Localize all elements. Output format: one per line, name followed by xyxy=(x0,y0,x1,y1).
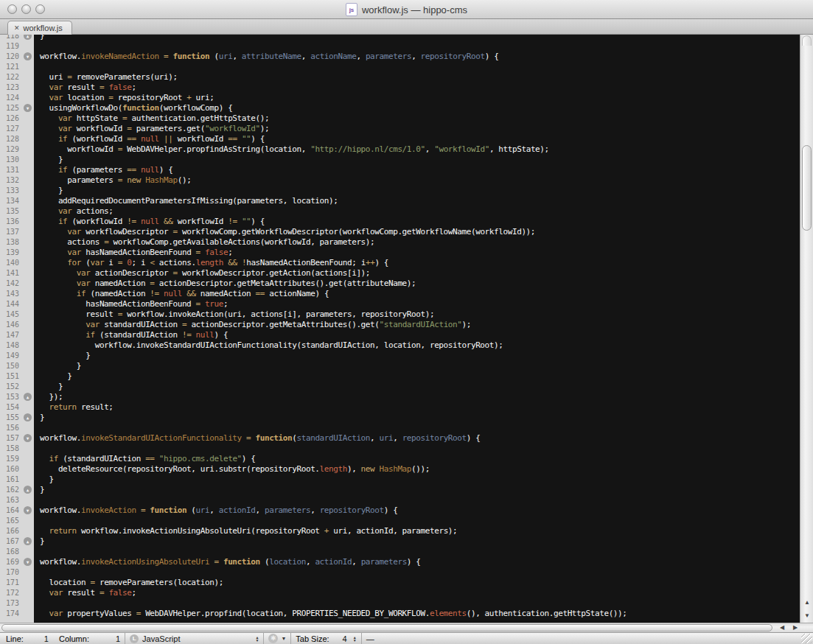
code-line: 151 } xyxy=(0,371,800,382)
fold-column xyxy=(22,206,34,217)
line-number: 144 xyxy=(0,299,22,309)
fold-column xyxy=(22,299,34,309)
fold-down-icon[interactable]: ▼ xyxy=(24,558,32,566)
code-text: var propertyValues = WebDAVHelper.propfi… xyxy=(34,609,800,619)
code-line: 152 } xyxy=(0,382,800,392)
code-line: 131 if (parameters == null) { xyxy=(0,165,800,175)
line-number: 169 xyxy=(0,557,22,567)
line-number: 130 xyxy=(0,155,22,165)
fold-column xyxy=(22,62,34,72)
horizontal-scrollbar-thumb[interactable] xyxy=(1,624,772,631)
tab-size-label: Tab Size: xyxy=(296,634,329,643)
code-line: 130 } xyxy=(0,155,800,165)
code-text: var result = false; xyxy=(34,83,800,93)
code-line: 161 } xyxy=(0,475,800,485)
fold-column xyxy=(22,217,34,227)
fold-column xyxy=(22,526,34,536)
fold-column xyxy=(22,567,34,578)
line-number: 127 xyxy=(0,124,22,134)
code-line: 173 xyxy=(0,598,800,609)
code-line: 142 var namedAction = actionDescriptor.g… xyxy=(0,279,800,289)
code-editor-viewport[interactable]: 118▲}119120▼workflow.invokeNamedAction =… xyxy=(0,35,800,623)
gear-dropdown-arrow-icon[interactable]: ▼ xyxy=(281,636,286,641)
line-number: 164 xyxy=(0,505,22,516)
fold-up-icon[interactable]: ▲ xyxy=(24,393,32,401)
line-number: 172 xyxy=(0,588,22,598)
fold-up-icon[interactable]: ▲ xyxy=(24,413,32,421)
code-text: } xyxy=(34,371,800,382)
code-text: workflowId = WebDAVHelper.propfindAsStri… xyxy=(34,144,800,155)
window-resize-grip[interactable] xyxy=(801,634,812,643)
code-line: 163 xyxy=(0,495,800,505)
fold-column xyxy=(22,134,34,144)
fold-column: ▼ xyxy=(22,433,34,444)
horizontal-scrollbar[interactable]: ◀ ▶ xyxy=(0,623,813,632)
tab-close-icon[interactable]: ✕ xyxy=(14,25,20,32)
tab-size-value: 4 xyxy=(343,634,347,643)
code-line: 140 for (var i = 0; i < actions.length &… xyxy=(0,258,800,268)
code-text: var actionDescriptor = workflowDescripto… xyxy=(34,268,800,279)
code-line: 129 workflowId = WebDAVHelper.propfindAs… xyxy=(0,144,800,155)
fold-column xyxy=(22,248,34,258)
line-number: 147 xyxy=(0,330,22,340)
tab-workflow-js[interactable]: ✕ workflow.js xyxy=(7,21,72,35)
gear-icon[interactable]: ✱ xyxy=(268,634,278,643)
code-line: 126 var httpState = authentication.getHt… xyxy=(0,113,800,124)
tab-label: workflow.js xyxy=(24,24,63,32)
fold-up-icon[interactable]: ▲ xyxy=(24,537,32,545)
statusbar-separator xyxy=(125,633,125,644)
code-line: 167▲} xyxy=(0,536,800,547)
line-number: 174 xyxy=(0,609,22,619)
vertical-scrollbar-thumb[interactable] xyxy=(802,145,812,231)
fold-column xyxy=(22,598,34,609)
code-text: var workflowDescriptor = workflowComp.ge… xyxy=(34,227,800,237)
language-stepper[interactable]: ▲ ▼ xyxy=(255,636,259,642)
code-line: 123 var result = false; xyxy=(0,83,800,93)
statusbar-separator xyxy=(263,633,264,644)
fold-down-icon[interactable]: ▼ xyxy=(24,506,32,514)
vertical-scrollbar[interactable]: ▲ ▼ xyxy=(800,35,813,623)
fold-column xyxy=(22,279,34,289)
line-number: 146 xyxy=(0,320,22,330)
window-title: workflow.js — hippo-cms xyxy=(362,4,467,15)
code-line: 155▲} xyxy=(0,413,800,423)
fold-down-icon[interactable]: ▼ xyxy=(24,52,32,60)
fold-column xyxy=(22,289,34,299)
stepper-down-icon[interactable]: ▼ xyxy=(255,639,259,642)
fold-down-icon[interactable]: ▼ xyxy=(24,104,32,112)
language-selector[interactable]: JavaScript xyxy=(142,634,180,643)
line-number: 150 xyxy=(0,361,22,371)
code-line: 170 xyxy=(0,567,800,578)
line-number: 165 xyxy=(0,516,22,526)
scroll-down-arrow-icon[interactable]: ▼ xyxy=(800,609,813,623)
fold-up-icon[interactable]: ▲ xyxy=(24,486,32,494)
code-line: 138 actions = workflowComp.getAvailableA… xyxy=(0,237,800,248)
tab-size-stepper[interactable]: ▲ ▼ xyxy=(353,636,357,642)
code-text: } xyxy=(34,155,800,165)
stepper-down-icon[interactable]: ▼ xyxy=(353,639,357,642)
line-label: Line: xyxy=(6,634,24,643)
statusbar-separator xyxy=(361,633,362,644)
line-number: 121 xyxy=(0,62,22,72)
code-line: 143 if (namedAction != null && namedActi… xyxy=(0,289,800,299)
code-text: if (workflowId == null || workflowId == … xyxy=(34,134,800,144)
line-number: 173 xyxy=(0,598,22,609)
code-line: 165 xyxy=(0,516,800,526)
code-line: 149 } xyxy=(0,351,800,361)
code-line: 133 } xyxy=(0,186,800,196)
line-value: 1 xyxy=(44,634,49,643)
line-number: 149 xyxy=(0,351,22,361)
fold-down-icon[interactable]: ▼ xyxy=(24,434,32,442)
scroll-right-arrow-icon[interactable]: ▶ xyxy=(789,623,802,632)
code-text: workflow.invokeStandardUIActionFunctiona… xyxy=(34,433,800,444)
fold-up-icon[interactable]: ▲ xyxy=(24,35,32,40)
scroll-left-arrow-icon[interactable]: ◀ xyxy=(775,623,789,632)
column-label: Column: xyxy=(59,634,89,643)
code-text xyxy=(34,444,800,454)
code-text: var actions; xyxy=(34,206,800,217)
window-titlebar: js workflow.js — hippo-cms xyxy=(0,0,813,19)
scroll-up-arrow-icon[interactable]: ▲ xyxy=(800,596,813,609)
code-text: if (workflowId != null && workflowId != … xyxy=(34,217,800,227)
fold-column: ▼ xyxy=(22,103,34,113)
fold-column xyxy=(22,423,34,433)
